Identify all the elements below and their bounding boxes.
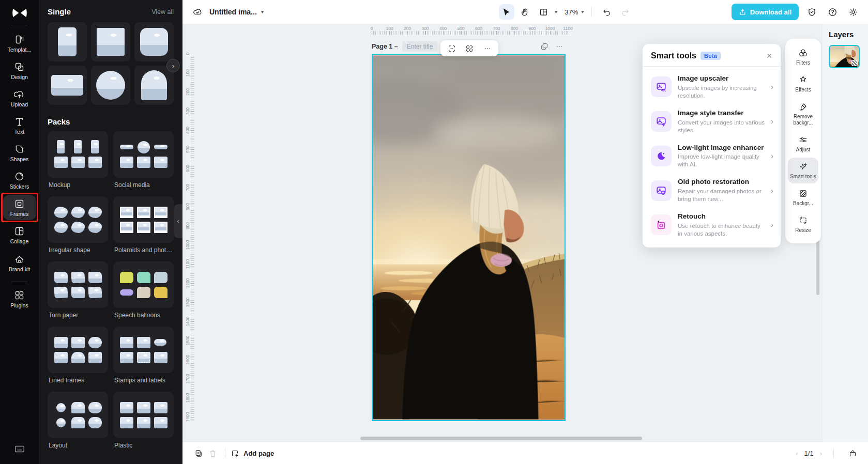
brand-kit-icon — [14, 254, 25, 265]
tool-filters[interactable]: Filters — [788, 44, 818, 70]
frame-rounded-square[interactable] — [134, 22, 174, 61]
sidebar-item-templates[interactable]: Templat... — [3, 30, 36, 56]
beach-sunset-photo — [373, 55, 565, 420]
close-icon[interactable]: ✕ — [766, 52, 772, 60]
undo-button[interactable] — [599, 4, 615, 20]
sidebar-item-brand-kit[interactable]: Brand kit — [3, 250, 36, 275]
horizontal-ruler-ticks — [372, 31, 570, 35]
select-tool-button[interactable] — [499, 4, 514, 20]
duplicate-page-button[interactable] — [191, 446, 205, 460]
tool-resize[interactable]: Resize — [788, 211, 818, 237]
collapse-pages-icon[interactable] — [845, 446, 860, 460]
pack-item[interactable]: Irregular shape — [48, 196, 108, 259]
sidebar-item-stickers[interactable]: Stickers — [3, 167, 36, 193]
image-upscaler-icon: 4K — [651, 76, 672, 97]
zoom-chevron-down-icon[interactable]: ▾ — [581, 9, 584, 14]
beta-badge: Beta — [701, 52, 721, 60]
layers-title: Layers — [829, 30, 868, 39]
tool-effects[interactable]: Effects — [788, 71, 818, 97]
document-title[interactable]: Untitled ima... — [209, 8, 257, 16]
smart-tools-title: Smart tools — [651, 51, 696, 60]
pack-item[interactable]: Torn paper — [48, 261, 108, 324]
layout-chevron-down-icon[interactable]: ▾ — [555, 9, 558, 14]
smart-tool-old-photo[interactable]: Old photo restoration Repair your damage… — [643, 173, 781, 208]
more-options-button[interactable] — [481, 42, 494, 55]
previous-page-icon[interactable]: ‹ — [796, 450, 798, 457]
frame-circle[interactable] — [91, 66, 130, 105]
pack-item[interactable]: Lined frames — [48, 327, 108, 389]
smart-tool-retouch[interactable]: Retouch Use retouch to enhance beauty in… — [643, 208, 781, 242]
panel-divider — [643, 66, 781, 67]
sidebar-item-label: Upload — [11, 101, 28, 107]
page-more-options-icon[interactable] — [555, 42, 564, 53]
tool-adjust[interactable]: Adjust — [788, 131, 818, 157]
safety-shield-icon[interactable] — [804, 4, 819, 20]
frame-square[interactable] — [91, 22, 130, 61]
adjust-icon — [798, 135, 808, 145]
redo-button[interactable] — [618, 4, 633, 20]
view-all-link[interactable]: View all — [151, 8, 174, 16]
left-rail: Templat... Design Upload Text Shapes Sti… — [0, 0, 39, 464]
layers-panel: Layers — [822, 24, 868, 442]
smart-tool-low-light[interactable]: Low-light image enhancer Improve low-lig… — [643, 139, 781, 174]
text-icon — [14, 116, 25, 127]
sidebar-item-text[interactable]: Text — [3, 113, 36, 138]
pack-item[interactable]: Plastic — [113, 392, 174, 454]
help-icon[interactable] — [825, 4, 840, 20]
pack-item[interactable]: Stamps and labels — [113, 327, 174, 389]
pack-item[interactable]: Mockup — [48, 131, 108, 194]
frame-wide[interactable] — [48, 66, 87, 105]
page-title-input[interactable]: Enter title — [402, 41, 438, 52]
bottom-bar: Add page ‹ 1/1 › — [182, 442, 868, 464]
chevron-right-icon: › — [771, 117, 773, 126]
sidebar-item-design[interactable]: Design — [3, 58, 36, 83]
pack-item[interactable]: Speech balloons — [113, 261, 174, 324]
settings-gear-icon[interactable] — [845, 4, 861, 20]
pack-item[interactable]: Polaroids and photo ... — [113, 196, 174, 259]
panel-collapse-handle[interactable]: ‹ — [174, 204, 182, 238]
add-page-button[interactable]: Add page — [231, 449, 274, 458]
retouch-icon — [651, 214, 672, 235]
bottom-bar-divider — [833, 448, 834, 458]
download-all-button[interactable]: Download all — [732, 4, 799, 20]
sidebar-item-collage[interactable]: Collage — [3, 222, 36, 248]
pack-item[interactable]: Layout — [48, 392, 108, 454]
add-page-icon — [231, 449, 239, 458]
tool-background[interactable]: Backgr... — [788, 184, 818, 210]
sidebar-item-frames[interactable]: Frames — [3, 195, 36, 220]
app-window: Templat... Design Upload Text Shapes Sti… — [0, 0, 868, 464]
layout-view-button[interactable] — [536, 4, 552, 20]
tool-smart-tools[interactable]: Smart tools — [788, 158, 818, 183]
pack-item[interactable]: Social media — [113, 131, 174, 194]
sidebar-item-plugins[interactable]: Plugins — [3, 286, 36, 312]
delete-page-button[interactable] — [205, 446, 220, 460]
sidebar-item-shapes[interactable]: Shapes — [3, 140, 36, 165]
sidebar-item-label: Collage — [10, 238, 29, 244]
next-page-icon[interactable]: › — [820, 450, 822, 457]
replace-image-button[interactable] — [463, 42, 476, 55]
tool-remove-background[interactable]: Remove backgr... — [788, 98, 818, 130]
sidebar-item-label: Templat... — [8, 47, 32, 53]
old-photo-restoration-icon — [651, 180, 672, 201]
duplicate-page-icon[interactable] — [540, 42, 549, 53]
frame-portrait[interactable] — [48, 22, 87, 61]
crop-select-button[interactable] — [445, 42, 459, 55]
hand-tool-button[interactable] — [517, 4, 533, 20]
pack-thumbnail — [113, 261, 174, 308]
layer-thumbnail[interactable] — [829, 45, 860, 68]
pack-thumbnail — [113, 392, 174, 438]
keyboard-shortcuts-icon[interactable] — [14, 443, 25, 457]
download-icon — [739, 8, 747, 16]
capcut-logo-icon[interactable] — [9, 5, 30, 21]
carousel-next-button[interactable]: › — [166, 59, 180, 72]
horizontal-scrollbar[interactable] — [360, 437, 642, 440]
zoom-level[interactable]: 37% — [565, 8, 578, 16]
canvas-workspace: 010020030040050060070080090010001100 010… — [182, 24, 822, 442]
smart-tool-style-transfer[interactable]: Image style transfer Convert your images… — [643, 104, 781, 139]
sidebar-item-upload[interactable]: Upload — [3, 85, 36, 111]
pack-label: Speech balloons — [114, 312, 174, 319]
title-chevron-down-icon[interactable]: ▾ — [261, 9, 264, 14]
design-canvas[interactable] — [372, 54, 566, 421]
frame-arch[interactable] — [134, 66, 174, 105]
smart-tool-image-upscaler[interactable]: 4K Image upscaler Upscale images by incr… — [643, 70, 781, 104]
